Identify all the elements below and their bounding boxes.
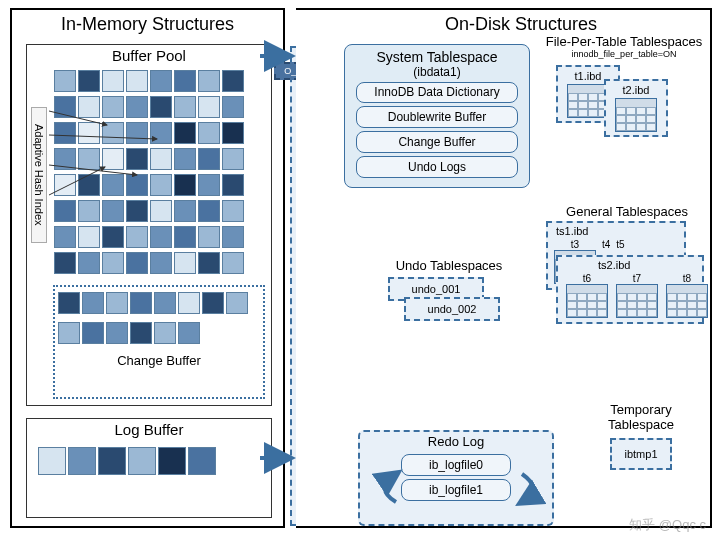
undo-tablespaces-title: Undo Tablespaces (364, 258, 534, 273)
system-tablespace-box: System Tablespace (ibdata1) InnoDB Data … (344, 44, 530, 188)
system-tablespace-title: System Tablespace (347, 49, 527, 65)
temp-tablespace-box: Temporary Tablespace ibtmp1 (586, 402, 696, 476)
in-memory-section: In-Memory Structures Buffer Pool Adaptiv… (10, 8, 285, 528)
general-tablespaces-title: General Tablespaces (546, 204, 708, 219)
buffer-pool-grid (53, 69, 269, 277)
on-disk-section: On-Disk Structures System Tablespace (ib… (296, 8, 712, 528)
change-buffer-box: Change Buffer (53, 285, 265, 399)
change-buffer-disk: Change Buffer (356, 131, 518, 153)
ibtmp1: ibtmp1 (610, 438, 672, 470)
in-memory-title: In-Memory Structures (12, 10, 283, 39)
watermark: 知乎 @Qqc c (629, 516, 706, 534)
temp-tablespace-title: Temporary Tablespace (586, 402, 696, 432)
log-buffer-box: Log Buffer (26, 418, 272, 518)
redo-log-box: Redo Log ib_logfile0 ib_logfile1 (358, 430, 554, 526)
file-per-table-box: File-Per-Table Tablespaces innodb_file_p… (542, 34, 706, 145)
log-buffer-title: Log Buffer (27, 419, 271, 440)
ts2-ibd-label: ts2.ibd (560, 259, 700, 271)
ts1-ibd-label: ts1.ibd (550, 225, 682, 237)
buffer-pool-title: Buffer Pool (27, 45, 271, 66)
general-tablespaces-box: General Tablespaces ts1.ibd t3 t4 t5 ts2… (546, 204, 708, 341)
undo-002: undo_002 (404, 297, 500, 321)
doublewrite-buffer: Doublewrite Buffer (356, 106, 518, 128)
system-tablespace-subtitle: (ibdata1) (347, 65, 527, 79)
mini-table-icon (615, 98, 657, 132)
adaptive-hash-index-label: Adaptive Hash Index (31, 107, 47, 243)
change-buffer-label: Change Buffer (55, 347, 263, 368)
undo-logs: Undo Logs (356, 156, 518, 178)
redo-log-title: Redo Log (360, 432, 552, 451)
file-per-table-option: innodb_file_per_table=ON (542, 49, 706, 59)
t2-ibd-label: t2.ibd (609, 84, 663, 96)
redo-cycle-icon (366, 456, 550, 522)
buffer-pool-box: Buffer Pool Adaptive Hash Index (26, 44, 272, 406)
innodb-data-dictionary: InnoDB Data Dictionary (356, 82, 518, 103)
undo-tablespaces-box: Undo Tablespaces undo_001 undo_002 (364, 258, 534, 321)
file-per-table-title: File-Per-Table Tablespaces (542, 34, 706, 49)
mini-table-icon (567, 84, 609, 118)
